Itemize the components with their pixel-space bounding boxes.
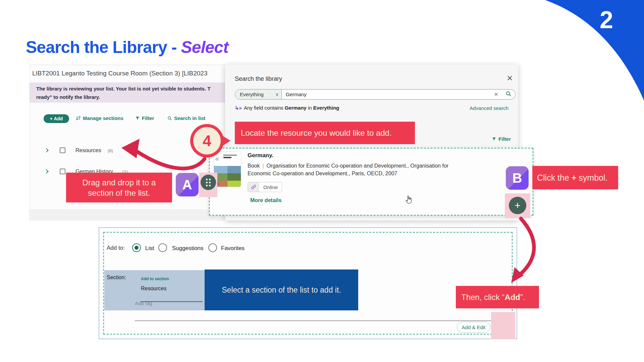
expand-chevron-icon[interactable] <box>44 148 49 153</box>
notice-line2: ready" to notify the library. <box>36 94 100 100</box>
section-count: (8) <box>108 148 113 153</box>
section-label: Section: <box>107 275 126 281</box>
radio-suggestions[interactable] <box>158 243 167 252</box>
result-title[interactable]: Germany. <box>248 152 273 159</box>
option-b-badge: B <box>506 166 529 190</box>
section-checkbox[interactable] <box>60 169 65 174</box>
redo-search-icon: ↳» <box>235 105 242 111</box>
add-button-highlight <box>491 312 515 339</box>
section-checkbox[interactable] <box>60 147 65 153</box>
results-filter-button[interactable]: Filter <box>492 136 511 142</box>
course-title: LIBT2001 Leganto Testing Course Room (Se… <box>32 70 225 77</box>
locate-resource-text: Locate the resource you would like to ad… <box>241 128 392 138</box>
search-submit-icon[interactable] <box>502 91 515 98</box>
search-suggestion[interactable]: ↳»Any field contains Germany in Everythi… <box>235 105 339 111</box>
search-in-list-button[interactable]: Search in list <box>167 115 205 122</box>
link-icon <box>248 182 259 192</box>
drag-handle-icon[interactable] <box>201 175 216 190</box>
chevron-down-icon[interactable]: ∨ <box>273 89 281 99</box>
online-label: Online <box>259 184 282 190</box>
clear-search-icon[interactable]: × <box>490 90 502 98</box>
add-tag-field[interactable]: Add tag <box>135 300 152 306</box>
suggestion-prefix: Any field contains <box>244 105 285 111</box>
results-filter-label: Filter <box>498 136 511 142</box>
section-name[interactable]: Resources <box>75 147 101 154</box>
radio-suggestions-label[interactable]: Suggestions <box>172 245 204 252</box>
suggestion-scope: Everything <box>313 105 339 111</box>
manage-sections-label: Manage sections <box>83 115 123 121</box>
step-number: 4 <box>190 124 224 158</box>
then-click-add-text: Then, click “Add”. <box>461 293 525 302</box>
suggestion-term: Germany <box>285 105 307 111</box>
list-toolbar: + Add Manage sections Filter Search in l… <box>30 114 225 123</box>
section-field-row: Section: Add to section Resources <box>104 270 206 310</box>
step-4-badge: 4 <box>190 124 224 158</box>
result-authors-line1: Organisation for Economic Co-operation a… <box>267 163 449 169</box>
search-panel-title: Search the library <box>235 75 282 82</box>
search-input[interactable] <box>282 92 490 97</box>
search-in-list-label: Search in list <box>174 115 205 121</box>
click-plus-text: Click the + symbol. <box>537 173 608 183</box>
then-click-add-callout: Then, click “Add”. <box>456 286 539 308</box>
search-icon <box>167 116 172 122</box>
radio-list-label[interactable]: List <box>145 245 154 252</box>
add-button[interactable]: + Add <box>44 114 69 123</box>
page-number: 2 <box>600 6 613 34</box>
locate-resource-callout: Locate the resource you would like to ad… <box>235 122 415 144</box>
select-section-text: Select a section of the list to add it. <box>222 286 341 295</box>
filter-list-label: Filter <box>142 115 154 121</box>
sort-sections-icon <box>76 116 81 122</box>
more-details-link[interactable]: More details <box>250 197 281 203</box>
add-to-list-plus-button[interactable]: + <box>509 197 526 214</box>
suggestion-mid: in <box>307 105 313 111</box>
arrow-to-add-button <box>519 219 534 276</box>
drag-drop-callout: Drag and drop it to a section of the lis… <box>66 173 172 202</box>
add-to-label: Add to: <box>107 245 125 251</box>
byline-divider: | <box>260 163 266 169</box>
tag-field-underline <box>135 320 505 321</box>
expand-chevron-icon[interactable] <box>44 169 49 174</box>
library-review-notice: The library is reviewing your list. Your… <box>30 82 225 103</box>
section-select-value[interactable]: Resources <box>141 286 166 292</box>
filter-list-button[interactable]: Filter <box>135 115 154 122</box>
add-to-section-caption: Add to section <box>141 277 169 281</box>
scope-dropdown[interactable]: Everything <box>235 89 273 99</box>
radio-list[interactable] <box>132 243 141 252</box>
advanced-search-link[interactable]: Advanced search <box>470 105 508 111</box>
notice-line1: The library is reviewing your list. Your… <box>36 86 211 92</box>
radio-favorites[interactable] <box>208 243 217 252</box>
add-and-edit-button[interactable]: Add & Edit <box>457 322 490 333</box>
option-a-badge: A <box>176 173 199 196</box>
funnel-icon <box>135 116 140 122</box>
select-section-callout: Select a section of the list to add it. <box>205 269 358 310</box>
search-result-card[interactable]: « Germany. Book|Organisation for Economi… <box>209 148 533 216</box>
click-plus-callout: Click the + symbol. <box>532 166 618 189</box>
search-bar: Everything ∨ × <box>235 89 516 100</box>
manage-sections-button[interactable]: Manage sections <box>76 115 123 122</box>
slide: 2 Search the Library - Select LIBT2001 L… <box>0 0 644 362</box>
online-availability-chip[interactable]: Online <box>248 182 282 192</box>
drag-drop-text: Drag and drop it to a section of the lis… <box>83 177 156 198</box>
close-icon[interactable]: × <box>507 73 513 83</box>
result-authors-line2: Economic Co-operation and Development., … <box>248 170 496 177</box>
result-byline: Book|Organisation for Economic Co-operat… <box>248 162 496 177</box>
radio-favorites-label[interactable]: Favorites <box>221 245 245 252</box>
list-panel-footer <box>30 209 225 221</box>
result-type: Book <box>248 163 260 169</box>
mouse-cursor <box>405 195 412 205</box>
funnel-icon <box>492 137 496 142</box>
